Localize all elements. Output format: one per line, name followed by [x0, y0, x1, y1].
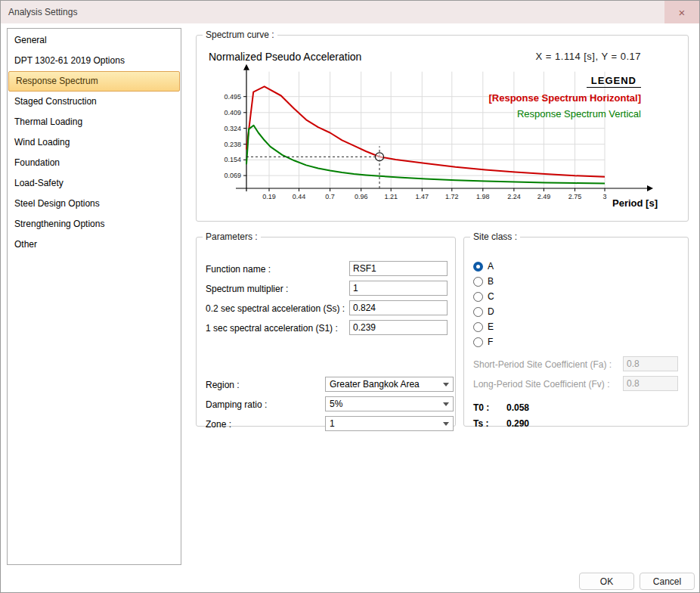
- damping-ratio-label: Damping ratio :: [206, 399, 267, 410]
- radio-icon: [473, 277, 483, 287]
- svg-text:0.7: 0.7: [325, 193, 335, 200]
- function-name-input[interactable]: [349, 261, 448, 276]
- sidebar-item-dpt-1302-61-2019-options[interactable]: DPT 1302-61 2019 Options: [8, 51, 181, 71]
- ss-input[interactable]: [349, 300, 448, 315]
- ok-button[interactable]: OK: [579, 573, 634, 590]
- ts-label: Ts :: [473, 418, 488, 429]
- damping-ratio-value: 5%: [330, 399, 342, 409]
- sidebar-item-wind-loading[interactable]: Wind Loading: [8, 132, 181, 153]
- s1-input[interactable]: [349, 320, 448, 335]
- svg-text:1.47: 1.47: [416, 193, 429, 200]
- svg-text:2.24: 2.24: [507, 193, 521, 200]
- titlebar[interactable]: Analysis Settings ×: [1, 1, 699, 23]
- t0-label: T0 :: [473, 402, 489, 413]
- sidebar-item-other[interactable]: Other: [8, 234, 181, 255]
- svg-text:0.238: 0.238: [224, 141, 241, 148]
- chevron-down-icon: [443, 383, 449, 387]
- svg-text:2.49: 2.49: [537, 193, 551, 200]
- close-button[interactable]: ×: [664, 1, 699, 23]
- radio-label: E: [488, 321, 494, 332]
- site-class-option-b[interactable]: B: [473, 274, 494, 289]
- region-label: Region :: [206, 380, 240, 390]
- chevron-down-icon: [443, 422, 449, 426]
- window-title: Analysis Settings: [8, 7, 77, 17]
- site-class-option-c[interactable]: C: [473, 289, 494, 304]
- analysis-settings-dialog: Analysis Settings × GeneralDPT 1302-61 2…: [0, 0, 700, 593]
- radio-label: A: [488, 261, 494, 272]
- zone-value: 1: [330, 418, 335, 429]
- radio-label: D: [488, 306, 494, 317]
- fa-label: Short-Period Site Coefficient (Fa) :: [473, 359, 612, 370]
- radio-icon: [473, 262, 483, 272]
- radio-icon: [473, 292, 483, 302]
- site-class-group: Site class : ABCDEF Short-Period Site Co…: [463, 231, 689, 427]
- parameters-group: Parameters : Function name : Spectrum mu…: [196, 231, 456, 427]
- radio-label: C: [488, 291, 494, 302]
- legend-entry: [Response Spectrum Horizontal]: [488, 92, 641, 104]
- chart-legend: LEGEND [Response Spectrum Horizontal]Res…: [488, 73, 641, 120]
- damping-ratio-select[interactable]: 5%: [325, 396, 454, 411]
- cursor-readout: X = 1.114 [s], Y = 0.17: [536, 51, 641, 62]
- chevron-down-icon: [443, 402, 449, 406]
- sidebar-item-response-spectrum[interactable]: Response Spectrum: [8, 71, 180, 92]
- settings-nav: GeneralDPT 1302-61 2019 OptionsResponse …: [7, 28, 181, 565]
- svg-text:0.44: 0.44: [293, 193, 306, 200]
- sidebar-item-staged-construction[interactable]: Staged Construction: [8, 92, 181, 112]
- parameters-group-label: Parameters :: [203, 231, 261, 242]
- svg-text:0.069: 0.069: [224, 172, 241, 179]
- svg-text:1.98: 1.98: [476, 193, 490, 200]
- svg-text:3: 3: [602, 193, 606, 200]
- svg-text:2.75: 2.75: [568, 193, 582, 200]
- svg-text:0.409: 0.409: [224, 109, 241, 116]
- zone-select[interactable]: 1: [325, 416, 454, 431]
- svg-text:0.324: 0.324: [224, 125, 241, 132]
- spectrum-multiplier-label: Spectrum multiplier :: [206, 284, 288, 294]
- site-class-option-f[interactable]: F: [473, 334, 494, 349]
- fv-label: Long-Period Site Coefficient (Fv) :: [473, 379, 610, 390]
- site-class-option-e[interactable]: E: [473, 319, 494, 334]
- svg-text:Period [s]: Period [s]: [612, 197, 658, 209]
- spectrum-multiplier-input[interactable]: [349, 281, 448, 296]
- region-value: Greater Bangkok Area: [330, 379, 420, 390]
- svg-text:0.154: 0.154: [224, 156, 241, 163]
- spectrum-curve-group-label: Spectrum curve :: [203, 29, 277, 40]
- radio-icon: [473, 322, 483, 332]
- s1-label: 1 sec spectral acceleration (S1) :: [206, 323, 338, 334]
- t0-value: 0.058: [506, 402, 529, 413]
- svg-text:1.21: 1.21: [384, 193, 398, 200]
- ss-label: 0.2 sec spectral acceleration (Ss) :: [206, 303, 345, 314]
- site-class-option-d[interactable]: D: [473, 304, 494, 319]
- sidebar-item-steel-design-options[interactable]: Steel Design Options: [8, 194, 181, 214]
- site-class-option-a[interactable]: A: [473, 259, 494, 274]
- spectrum-curve-group: Spectrum curve : Normalized Pseudo Accel…: [196, 29, 689, 222]
- svg-text:0.19: 0.19: [262, 193, 276, 200]
- cancel-button[interactable]: Cancel: [640, 573, 695, 590]
- region-select[interactable]: Greater Bangkok Area: [325, 377, 454, 392]
- sidebar-item-thermal-loading[interactable]: Thermal Loading: [8, 112, 181, 132]
- site-class-options: ABCDEF: [473, 259, 494, 349]
- legend-entry: Response Spectrum Vertical: [488, 108, 641, 120]
- radio-icon: [473, 337, 483, 347]
- site-class-group-label: Site class :: [470, 231, 520, 242]
- svg-text:0.495: 0.495: [224, 93, 241, 101]
- sidebar-item-general[interactable]: General: [8, 30, 181, 51]
- fa-input: [623, 356, 678, 371]
- svg-text:1.72: 1.72: [445, 193, 459, 200]
- svg-text:0.96: 0.96: [355, 193, 368, 200]
- legend-title: LEGEND: [587, 75, 641, 88]
- ts-value: 0.290: [506, 418, 529, 429]
- sidebar-item-load-safety[interactable]: Load-Safety: [8, 173, 181, 194]
- sidebar-item-foundation[interactable]: Foundation: [8, 153, 181, 173]
- radio-icon: [473, 307, 483, 317]
- fv-input: [623, 376, 678, 391]
- function-name-label: Function name :: [206, 264, 271, 275]
- sidebar-item-strengthening-options[interactable]: Strengthening Options: [8, 214, 181, 234]
- radio-label: F: [488, 337, 493, 347]
- zone-label: Zone :: [206, 419, 231, 430]
- radio-label: B: [488, 276, 494, 287]
